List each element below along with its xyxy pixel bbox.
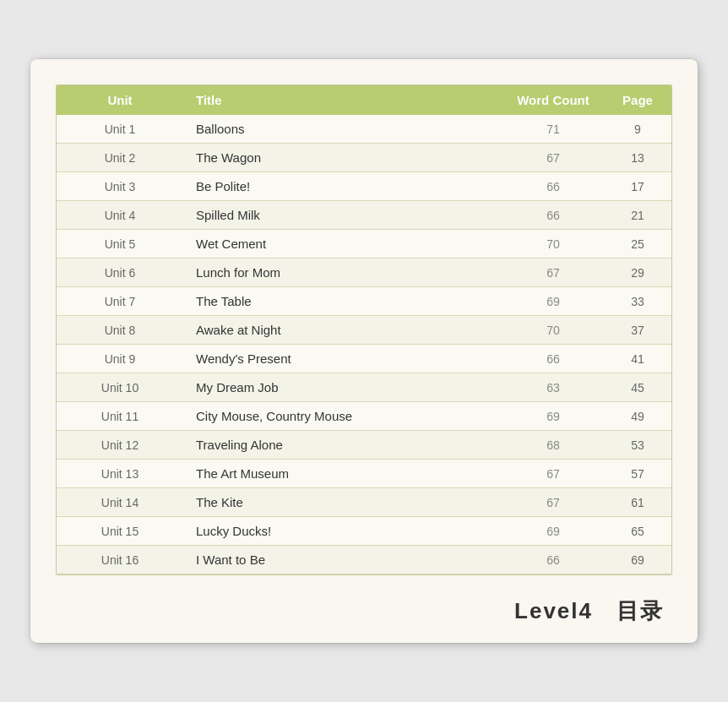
page-column-header: Page (604, 85, 671, 115)
page-cell: 61 (604, 488, 671, 517)
wordcount-cell: 68 (503, 431, 604, 460)
page-cell: 37 (604, 316, 671, 345)
page-cell: 45 (604, 373, 671, 402)
unit-cell: Unit 7 (57, 287, 183, 316)
unit-cell: Unit 2 (57, 144, 183, 172)
wordcount-cell: 69 (503, 402, 604, 431)
title-cell: The Wagon (183, 144, 503, 172)
unit-cell: Unit 12 (57, 431, 183, 460)
unit-cell: Unit 3 (57, 172, 183, 201)
table-row: Unit 13The Art Museum6757 (57, 460, 671, 488)
title-column-header: Title (183, 85, 503, 115)
unit-cell: Unit 4 (57, 201, 183, 230)
wordcount-column-header: Word Count (503, 85, 604, 115)
wordcount-cell: 67 (503, 460, 604, 488)
wordcount-cell: 67 (503, 144, 604, 172)
page-cell: 21 (604, 201, 671, 230)
wordcount-cell: 70 (503, 316, 604, 345)
wordcount-cell: 66 (503, 546, 604, 574)
unit-cell: Unit 8 (57, 316, 183, 345)
title-cell: City Mouse, Country Mouse (183, 402, 503, 431)
title-cell: Traveling Alone (183, 431, 503, 460)
table-row: Unit 7The Table6933 (57, 287, 671, 316)
title-cell: My Dream Job (183, 373, 503, 402)
title-cell: Balloons (183, 115, 503, 144)
unit-cell: Unit 16 (57, 546, 183, 574)
wordcount-cell: 66 (503, 345, 604, 373)
wordcount-cell: 66 (503, 172, 604, 201)
table-row: Unit 8Awake at Night7037 (57, 316, 671, 345)
title-cell: The Art Museum (183, 460, 503, 488)
unit-column-header: Unit (57, 85, 183, 115)
unit-cell: Unit 13 (57, 460, 183, 488)
wordcount-cell: 67 (503, 258, 604, 287)
table-row: Unit 14The Kite6761 (57, 488, 671, 517)
polaroid-frame: Unit Title Word Count Page Unit 1Balloon… (30, 59, 698, 643)
table-row: Unit 3Be Polite!6617 (57, 172, 671, 201)
table-row: Unit 16I Want to Be6669 (57, 546, 671, 574)
wordcount-cell: 69 (503, 287, 604, 316)
page-cell: 69 (604, 546, 671, 574)
unit-cell: Unit 9 (57, 345, 183, 373)
page-cell: 41 (604, 345, 671, 373)
unit-cell: Unit 14 (57, 488, 183, 517)
table-row: Unit 1Balloons719 (57, 115, 671, 144)
unit-cell: Unit 11 (57, 402, 183, 431)
table-row: Unit 9Wendy's Present6641 (57, 345, 671, 373)
table-row: Unit 2The Wagon6713 (57, 144, 671, 172)
unit-cell: Unit 10 (57, 373, 183, 402)
wordcount-cell: 70 (503, 230, 604, 258)
footer-label: Level4 目录 (514, 596, 664, 626)
page-cell: 13 (604, 144, 671, 172)
wordcount-cell: 66 (503, 201, 604, 230)
title-cell: Spilled Milk (183, 201, 503, 230)
title-cell: Wet Cement (183, 230, 503, 258)
table-container: Unit Title Word Count Page Unit 1Balloon… (56, 84, 672, 575)
title-cell: The Kite (183, 488, 503, 517)
title-cell: Wendy's Present (183, 345, 503, 373)
wordcount-cell: 63 (503, 373, 604, 402)
title-cell: I Want to Be (183, 546, 503, 574)
page-cell: 49 (604, 402, 671, 431)
table-row: Unit 11City Mouse, Country Mouse6949 (57, 402, 671, 431)
page-cell: 17 (604, 172, 671, 201)
page-cell: 65 (604, 517, 671, 546)
table-row: Unit 4Spilled Milk6621 (57, 201, 671, 230)
page-cell: 53 (604, 431, 671, 460)
contents-table: Unit Title Word Count Page Unit 1Balloon… (57, 85, 671, 574)
title-cell: Lunch for Mom (183, 258, 503, 287)
page-cell: 33 (604, 287, 671, 316)
title-cell: Awake at Night (183, 316, 503, 345)
page-cell: 25 (604, 230, 671, 258)
table-row: Unit 6Lunch for Mom6729 (57, 258, 671, 287)
page-cell: 57 (604, 460, 671, 488)
unit-cell: Unit 1 (57, 115, 183, 144)
title-cell: The Table (183, 287, 503, 316)
title-cell: Be Polite! (183, 172, 503, 201)
page-cell: 29 (604, 258, 671, 287)
table-row: Unit 15Lucky Ducks!6965 (57, 517, 671, 546)
wordcount-cell: 67 (503, 488, 604, 517)
wordcount-cell: 69 (503, 517, 604, 546)
page-cell: 9 (604, 115, 671, 144)
unit-cell: Unit 15 (57, 517, 183, 546)
table-row: Unit 5Wet Cement7025 (57, 230, 671, 258)
title-cell: Lucky Ducks! (183, 517, 503, 546)
unit-cell: Unit 5 (57, 230, 183, 258)
unit-cell: Unit 6 (57, 258, 183, 287)
table-row: Unit 10My Dream Job6345 (57, 373, 671, 402)
table-row: Unit 12Traveling Alone6853 (57, 431, 671, 460)
wordcount-cell: 71 (503, 115, 604, 144)
